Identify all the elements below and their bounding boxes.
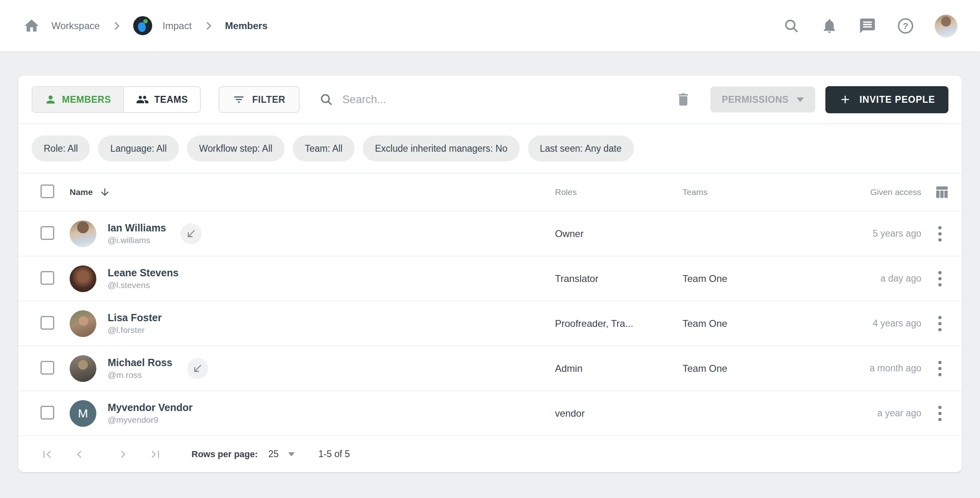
help-icon[interactable]: ? [896,17,915,35]
member-name: Michael Ross [108,357,172,369]
column-header-teams[interactable]: Teams [682,187,708,197]
search-icon[interactable] [782,17,801,35]
member-given-access: 4 years ago [873,318,921,328]
column-header-roles[interactable]: Roles [555,187,577,197]
rows-per-page-value: 25 [268,449,279,460]
kebab-menu-icon[interactable] [929,402,951,425]
filter-chip-language[interactable]: Language: All [98,136,179,161]
tab-members-label: MEMBERS [62,94,111,105]
sort-descending-icon[interactable] [99,186,111,198]
row-checkbox[interactable] [40,361,54,375]
filter-chip-workflow-step[interactable]: Workflow step: All [187,136,285,161]
filter-chip-last-seen[interactable]: Last seen: Any date [528,136,634,161]
plus-icon [839,93,852,106]
kebab-menu-icon[interactable] [929,312,951,335]
kebab-menu-icon[interactable] [929,223,951,245]
invite-people-button[interactable]: INVITE PEOPLE [825,86,948,113]
chevron-right-icon [111,20,123,32]
column-header-name[interactable]: Name [70,186,111,198]
rows-per-page-select[interactable]: 25 [268,449,295,460]
select-all-checkbox[interactable] [40,184,54,198]
chevron-right-icon [202,20,215,32]
avatar [70,310,96,337]
search-input[interactable] [342,93,673,106]
member-roles: Translator [555,273,598,284]
table-row[interactable]: Ian Williams @i.williams Owner 5 years a… [18,211,962,256]
row-checkbox[interactable] [40,271,54,285]
avatar-initial: M [78,407,88,420]
toolbar: MEMBERS TEAMS FILTER PERMI [18,76,962,123]
filter-list-icon [233,93,245,106]
previous-page-icon[interactable] [70,445,89,464]
filter-chip-exclude-inherited[interactable]: Exclude inherited managers: No [363,136,519,161]
column-header-name-label: Name [70,187,93,197]
kebab-menu-icon[interactable] [929,357,951,380]
trash-icon[interactable] [673,89,693,110]
row-checkbox[interactable] [40,226,54,240]
member-teams: Team One [682,318,727,329]
member-username: @l.forster [108,325,162,335]
member-name: Myvendor Vendor [108,402,193,413]
filter-chips-row: Role: All Language: All Workflow step: A… [18,124,962,173]
notifications-icon[interactable] [820,17,839,35]
last-page-icon[interactable] [146,445,165,464]
filter-chip-team[interactable]: Team: All [293,136,355,161]
columns-icon[interactable] [933,183,951,201]
project-logo-body [137,22,146,32]
topbar-actions: ? [782,14,958,38]
member-teams: Team One [682,363,727,374]
member-given-access: 5 years ago [873,228,921,239]
member-username: @m.ross [108,370,172,380]
member-username: @i.williams [108,235,166,245]
breadcrumb-project[interactable]: Impact [163,20,192,32]
top-bar: Workspace Impact Members ? [0,0,980,51]
permissions-button[interactable]: PERMISSIONS [710,87,815,112]
row-checkbox[interactable] [40,316,54,330]
table-header: Name Roles Teams Given access [18,174,962,211]
next-page-icon[interactable] [114,445,132,464]
member-name: Leane Stevens [108,267,179,279]
member-given-access: a day ago [880,273,921,284]
table-row[interactable]: Leane Stevens @l.stevens Translator Team… [18,256,962,301]
avatar [70,220,96,247]
tab-members[interactable]: MEMBERS [32,87,123,112]
pagination-range: 1-5 of 5 [318,449,350,460]
member-given-access: a year ago [877,408,921,418]
inherited-access-icon [181,223,202,244]
caret-down-icon [797,97,804,102]
member-teams: Team One [682,273,727,284]
member-roles: Proofreader, Tra... [555,318,633,329]
table-row[interactable]: Lisa Foster @l.forster Proofreader, Tra.… [18,301,962,345]
avatar [70,265,96,292]
user-avatar[interactable] [934,14,958,38]
column-header-given-access[interactable]: Given access [870,187,921,197]
caret-down-icon [288,452,295,456]
avatar [70,355,96,382]
inherited-access-icon [187,358,208,379]
breadcrumb: Workspace Impact Members [22,16,268,35]
member-roles: vendor [555,408,585,419]
avatar: M [70,400,96,427]
chat-icon[interactable] [858,17,877,35]
breadcrumb-current-page: Members [225,20,268,32]
breadcrumb-workspace[interactable]: Workspace [51,20,100,32]
members-card: MEMBERS TEAMS FILTER PERMI [18,76,962,472]
permissions-button-label: PERMISSIONS [722,94,789,105]
filter-chip-role[interactable]: Role: All [32,136,90,161]
table-row[interactable]: M Myvendor Vendor @myvendor9 vendor a ye… [18,390,962,435]
search-icon [319,92,334,107]
home-icon[interactable] [22,17,41,35]
member-roles: Admin [555,363,582,374]
group-icon [136,93,149,106]
first-page-icon[interactable] [38,445,56,464]
member-given-access: a month ago [869,363,921,373]
table-row[interactable]: Michael Ross @m.ross Admin Team One a mo… [18,345,962,390]
tab-teams[interactable]: TEAMS [123,87,200,112]
filter-button-label: FILTER [252,94,285,105]
filter-button[interactable]: FILTER [219,86,300,113]
project-avatar[interactable] [133,16,152,35]
row-checkbox[interactable] [40,406,54,420]
invite-people-button-label: INVITE PEOPLE [859,94,935,105]
kebab-menu-icon[interactable] [929,267,951,290]
member-username: @l.stevens [108,280,179,290]
